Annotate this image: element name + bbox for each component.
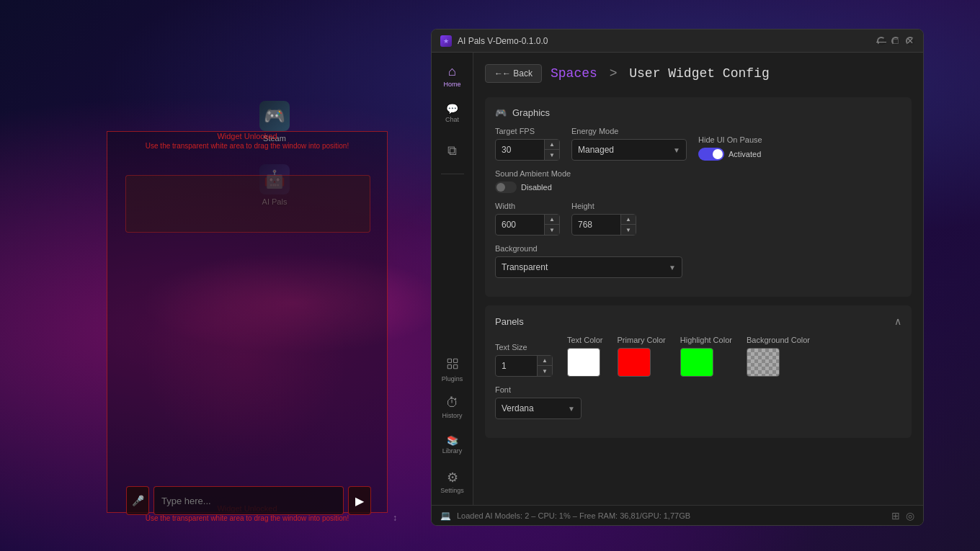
widget-text-input[interactable] (153, 486, 344, 515)
height-arrows: ▲ ▼ (620, 215, 636, 235)
status-action-1[interactable]: ⊞ (891, 510, 900, 521)
font-dropdown[interactable]: Verdana ▼ (495, 398, 582, 419)
background-label: Background (495, 244, 682, 253)
height-up-button[interactable]: ▲ (621, 215, 636, 225)
resize-handle: ↕ (393, 513, 398, 519)
background-dropdown[interactable]: Transparent ▼ (495, 256, 682, 278)
width-down-button[interactable]: ▼ (545, 225, 559, 235)
svg-rect-0 (447, 359, 451, 362)
close-button[interactable]: ✕ (906, 37, 914, 45)
toggle-knob (713, 149, 723, 159)
panels-title-text: Panels (495, 316, 524, 327)
status-icon: 💻 (440, 511, 451, 521)
widget-send-button[interactable]: ▶ (348, 486, 371, 515)
height-down-button[interactable]: ▼ (621, 225, 636, 235)
sound-ambient-toggle-row: Disabled (495, 182, 571, 193)
height-value: 768 (572, 220, 620, 230)
highlight-color-swatch[interactable] (680, 348, 713, 377)
back-label: ← Back (502, 68, 533, 79)
sidebar-home-label: Home (443, 81, 460, 88)
window-controls: — □ ✕ (877, 37, 914, 45)
font-field: Font Verdana ▼ (495, 385, 582, 419)
minimize-button[interactable]: — (877, 37, 886, 45)
back-button[interactable]: ← ← Back (485, 64, 542, 83)
background-arrow-icon: ▼ (669, 264, 676, 272)
graphics-row2: Sound Ambient Mode Disabled (495, 169, 901, 193)
width-value: 600 (496, 220, 544, 230)
widget-top-hint: Widget Unlocked (107, 132, 388, 140)
text-color-label: Text Color (567, 336, 603, 344)
sidebar-item-layers[interactable]: ⧉ (435, 133, 470, 168)
svg-rect-2 (447, 364, 451, 368)
hide-ui-toggle[interactable] (698, 148, 724, 161)
status-actions: ⊞ ◎ (891, 510, 914, 521)
status-bar: 💻 Loaded AI Models: 2 – CPU: 1% – Free R… (432, 505, 923, 525)
sound-ambient-field: Sound Ambient Mode Disabled (495, 169, 571, 193)
sidebar-item-plugins[interactable]: Plugins (435, 352, 470, 387)
energy-mode-arrow-icon: ▼ (673, 146, 680, 154)
text-size-label: Text Size (495, 343, 553, 351)
sidebar-item-settings[interactable]: ⚙ Settings (435, 465, 470, 499)
highlight-color-label: Highlight Color (680, 336, 732, 344)
fps-up-button[interactable]: ▲ (545, 140, 559, 150)
background-color-label: Background Color (747, 336, 810, 344)
background-color-field: Background Color (747, 336, 810, 377)
hide-ui-field: Hide UI On Pause Activated (698, 135, 762, 161)
panels-section: Panels ∧ Text Size 1 ▲ ▼ (485, 305, 912, 438)
text-size-up-button[interactable]: ▲ (538, 356, 552, 366)
height-field: Height 768 ▲ ▼ (571, 202, 636, 236)
sidebar-item-home[interactable]: ⌂ Home (435, 58, 470, 93)
mini-toggle-knob (496, 183, 505, 192)
status-action-2[interactable]: ◎ (906, 510, 914, 521)
background-color-swatch[interactable] (747, 348, 780, 377)
graphics-row4: Background Transparent ▼ (495, 244, 901, 278)
energy-mode-field: Energy Mode Managed ▼ (571, 127, 687, 161)
sound-ambient-label: Sound Ambient Mode (495, 169, 571, 178)
text-size-input[interactable]: 1 ▲ ▼ (495, 355, 553, 377)
text-color-swatch[interactable] (567, 348, 600, 377)
target-fps-value: 30 (496, 145, 544, 155)
width-up-button[interactable]: ▲ (545, 215, 559, 225)
history-icon: ⏱ (446, 395, 459, 411)
width-input[interactable]: 600 ▲ ▼ (495, 214, 560, 236)
font-arrow-icon: ▼ (568, 405, 575, 413)
widget-chat-display (125, 175, 370, 233)
target-fps-field: Target FPS 30 ▲ ▼ (495, 127, 560, 161)
sidebar-item-history[interactable]: ⏱ History (435, 390, 470, 424)
sound-ambient-toggle[interactable] (495, 182, 517, 193)
graphics-row3: Width 600 ▲ ▼ Height 768 (495, 202, 901, 236)
app-icon: ★ (440, 35, 452, 47)
status-text: Loaded AI Models: 2 – CPU: 1% – Free RAM… (457, 511, 886, 520)
primary-color-swatch[interactable] (618, 348, 651, 377)
graphics-title: 🎮 Graphics (495, 107, 550, 118)
sidebar-chat-label: Chat (445, 116, 459, 123)
text-size-arrows: ▲ ▼ (537, 356, 552, 376)
sidebar-item-library[interactable]: 📚 Library (435, 427, 470, 462)
sound-ambient-value: Disabled (521, 183, 552, 192)
widget-drag-hint-bottom: Use the transparent white area to drag t… (107, 514, 388, 522)
energy-mode-dropdown[interactable]: Managed ▼ (571, 139, 687, 161)
height-input[interactable]: 768 ▲ ▼ (571, 214, 636, 236)
panels-row: Text Size 1 ▲ ▼ Text Color (495, 336, 901, 377)
width-field: Width 600 ▲ ▼ (495, 202, 560, 236)
fps-down-button[interactable]: ▼ (545, 150, 559, 160)
sidebar-history-label: History (442, 412, 462, 419)
background-field: Background Transparent ▼ (495, 244, 682, 278)
graphics-section: 🎮 Graphics Target FPS 30 ▲ ▼ (485, 97, 912, 297)
app-window: ★ AI Pals V-Demo-0.1.0.0 — □ ✕ ⌂ Home 💬 … (431, 29, 924, 526)
send-icon: ▶ (355, 494, 364, 508)
font-row: Font Verdana ▼ (495, 385, 901, 419)
graphics-row1: Target FPS 30 ▲ ▼ Energy Mode Manage (495, 127, 901, 161)
text-size-down-button[interactable]: ▼ (538, 366, 552, 376)
breadcrumb-separator: > (610, 66, 625, 81)
text-size-field: Text Size 1 ▲ ▼ (495, 343, 553, 377)
highlight-color-field: Highlight Color (680, 336, 732, 377)
app-body: ⌂ Home 💬 Chat ⧉ (432, 53, 923, 505)
maximize-button[interactable]: □ (891, 37, 900, 45)
sidebar-item-chat[interactable]: 💬 Chat (435, 96, 470, 130)
panels-collapse-button[interactable]: ∧ (894, 315, 901, 327)
target-fps-input[interactable]: 30 ▲ ▼ (495, 139, 560, 161)
settings-icon: ⚙ (447, 470, 458, 485)
widget-mic-button[interactable]: 🎤 (126, 486, 149, 515)
hide-ui-value: Activated (729, 150, 761, 158)
